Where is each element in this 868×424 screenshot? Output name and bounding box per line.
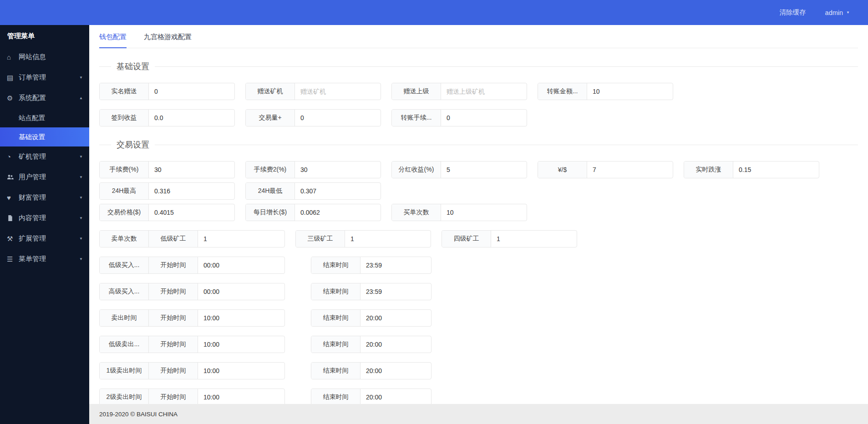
form-row: 高级买入...开始时间结束时间 (99, 283, 858, 300)
field-label: 开始时间 (149, 389, 198, 405)
field-label: 低级矿工 (149, 231, 198, 247)
input-group: 签到收益 (99, 109, 235, 126)
chevron-down-icon: ▼ (846, 10, 850, 15)
sidebar-subitem-site-config[interactable]: 站点配置 (0, 108, 89, 127)
field-input[interactable] (587, 162, 673, 178)
field-input[interactable] (491, 231, 577, 247)
field-label: 手续费2(%) (246, 162, 295, 178)
field-label: 买单次数 (392, 204, 441, 221)
users-icon (7, 174, 19, 181)
dial-icon: ◔ (7, 153, 19, 161)
field-label: 卖出时间 (100, 310, 149, 326)
chevron-down-icon: ▼ (79, 76, 83, 80)
field-input[interactable] (360, 257, 431, 273)
sidebar-item-label: 菜单管理 (19, 255, 46, 263)
chevron-down-icon: ▼ (79, 216, 83, 220)
tab-game-config[interactable]: 九宫格游戏配置 (144, 33, 192, 48)
field-input[interactable] (198, 257, 284, 273)
field-input[interactable] (149, 183, 234, 199)
field-input[interactable] (587, 83, 673, 100)
field-input[interactable] (198, 231, 284, 247)
input-group: 手续费(%) (99, 161, 235, 178)
sidebar-item-wealth[interactable]: ♥财富管理▼ (0, 187, 89, 208)
form-row: 签到收益交易量+转账手续... (99, 109, 858, 126)
field-input[interactable] (360, 310, 431, 326)
sidebar-subitem-basic-settings[interactable]: 基础设置 (0, 127, 89, 146)
field-input[interactable] (295, 162, 381, 178)
field-input[interactable] (149, 162, 234, 178)
wrench-icon: ⚒ (7, 235, 19, 243)
field-label: 赠送上级 (392, 83, 441, 100)
field-input[interactable] (360, 389, 431, 405)
sidebar-subitem-label: 基础设置 (19, 133, 45, 141)
field-label: 分红收益(%) (392, 162, 441, 178)
chevron-down-icon: ▼ (79, 175, 83, 179)
field-input[interactable] (198, 336, 284, 353)
field-input[interactable] (149, 110, 234, 126)
field-input[interactable] (295, 110, 381, 126)
sidebar-item-label: 订单管理 (19, 73, 46, 82)
field-input[interactable] (198, 389, 284, 405)
input-group: 24H最低 (245, 182, 381, 200)
sidebar-item-site-info[interactable]: ⌂网站信息 (0, 47, 89, 67)
form-row: 低级买入...开始时间结束时间 (99, 257, 858, 274)
sidebar-item-label: 用户管理 (19, 173, 46, 182)
sidebar-item-miner[interactable]: ◔矿机管理▼ (0, 146, 89, 167)
field-input[interactable] (441, 162, 527, 178)
field-input[interactable] (360, 283, 431, 300)
field-label: 结束时间 (311, 257, 360, 273)
field-label: 转账手续... (392, 110, 441, 126)
credit-card-icon: ▤ (7, 74, 19, 82)
sidebar-item-orders[interactable]: ▤订单管理▼ (0, 67, 89, 88)
field-label: 交易价格($) (100, 204, 149, 221)
tab-wallet-config[interactable]: 钱包配置 (99, 33, 127, 48)
input-group: 转账金额... (538, 83, 673, 100)
form-row: 1级卖出时间开始时间结束时间 (99, 362, 858, 379)
input-group: 1级卖出时间开始时间 (99, 362, 285, 379)
heart-pulse-icon: ♥ (7, 194, 19, 202)
input-group: 每日增长($) (245, 204, 381, 221)
field-input[interactable] (360, 336, 431, 353)
field-input[interactable] (149, 83, 234, 100)
field-label: 开始时间 (149, 283, 198, 300)
clear-cache-button[interactable]: 清除缓存 (780, 8, 806, 17)
field-label: 每日增长($) (246, 204, 295, 221)
field-input[interactable] (198, 363, 284, 379)
field-input[interactable] (198, 310, 284, 326)
field-label: 开始时间 (149, 310, 198, 326)
main-content: 钱包配置九宫格游戏配置 基础设置实名赠送赠送矿机赠送上级转账金额...签到收益交… (89, 25, 868, 424)
sidebar-item-label: 扩展管理 (19, 234, 46, 243)
sidebar-title: 管理菜单 (0, 25, 89, 47)
chevron-down-icon: ▼ (79, 237, 83, 241)
field-input[interactable] (441, 204, 527, 221)
field-input[interactable] (345, 231, 431, 247)
form-area: 基础设置实名赠送赠送矿机赠送上级转账金额...签到收益交易量+转账手续...交易… (89, 61, 868, 424)
field-input[interactable] (149, 204, 234, 221)
field-input[interactable] (295, 183, 381, 199)
sidebar-item-menu[interactable]: ☰菜单管理▼ (0, 249, 89, 269)
input-group: 结束时间 (311, 283, 431, 300)
sidebar-item-label: 网站信息 (19, 53, 46, 61)
field-label: 开始时间 (149, 336, 198, 353)
field-input[interactable] (295, 83, 381, 100)
user-dropdown[interactable]: admin ▼ (825, 9, 850, 16)
field-label: 卖单次数 (100, 231, 149, 247)
field-input[interactable] (441, 83, 527, 100)
input-group: 买单次数 (391, 204, 527, 221)
list-icon: ☰ (7, 255, 19, 263)
field-label: 三级矿工 (296, 231, 345, 247)
field-input[interactable] (295, 204, 381, 221)
field-label: 开始时间 (149, 257, 198, 273)
sidebar-item-users[interactable]: 用户管理▼ (0, 167, 89, 187)
sidebar-item-system-config[interactable]: ⚙系统配置▲ (0, 88, 89, 108)
field-input[interactable] (441, 110, 527, 126)
sidebar-item-content[interactable]: 内容管理▼ (0, 208, 89, 228)
field-input[interactable] (733, 162, 819, 178)
input-group: 实名赠送 (99, 83, 235, 100)
form-row: 2级卖出时间开始时间结束时间 (99, 389, 858, 406)
field-input[interactable] (198, 283, 284, 300)
field-input[interactable] (360, 363, 431, 379)
chevron-up-icon: ▲ (79, 96, 83, 100)
sidebar-item-extend[interactable]: ⚒扩展管理▼ (0, 228, 89, 249)
username: admin (825, 9, 843, 16)
